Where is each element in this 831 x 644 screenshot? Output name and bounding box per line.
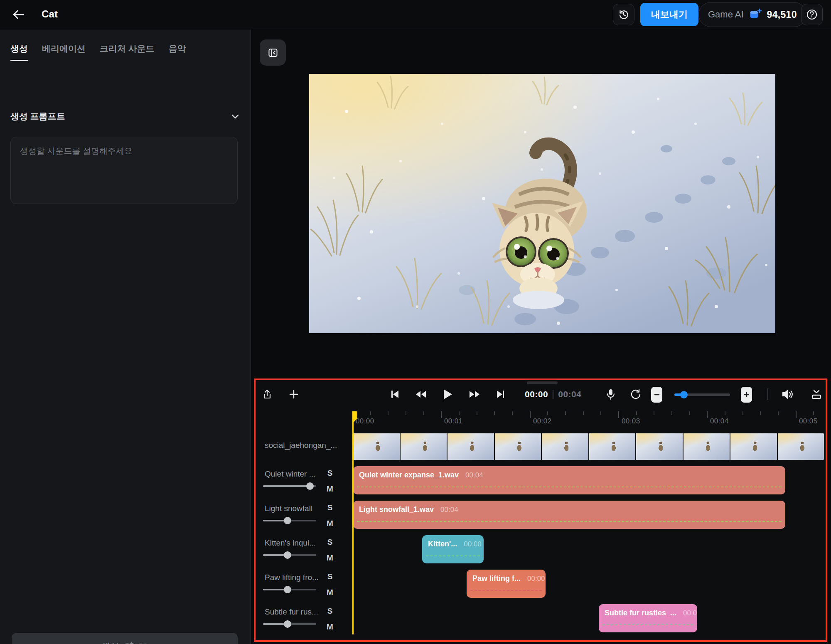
share-up-icon [262,389,273,400]
panel-collapse-icon [267,47,279,59]
timeline-scroll-handle[interactable] [527,381,558,384]
add-track-button[interactable] [285,386,302,403]
video-thumbnail [401,433,447,460]
play-icon [442,388,453,401]
minus-icon [654,392,660,398]
volume-slider[interactable] [263,485,316,487]
video-thumbnail [353,433,400,460]
volume-slider-thumb[interactable] [284,517,291,524]
video-thumbnail [730,433,777,460]
fit-frame-button[interactable] [808,386,825,403]
track-label: Light snowfall [265,504,322,513]
ruler-label: 00:03 [622,417,640,425]
skip-start-button[interactable] [386,386,403,403]
tab-variation[interactable]: 베리에이션 [42,43,86,61]
history-clock-icon [618,9,629,20]
clip-duration: 00:04 [440,506,458,514]
volume-slider[interactable] [263,623,316,625]
audio-clip[interactable]: Quiet winter expanse_1.wav00:04 [353,466,785,494]
mic-button[interactable] [602,386,619,403]
timeline-ruler[interactable]: 00:00 00:01 00:02 00:03 00:04 00:05 [256,411,826,429]
rewind-icon [415,389,427,400]
clip-duration: 00:01 [683,609,697,617]
chevron-down-icon[interactable] [230,111,241,122]
zoom-in-button[interactable] [741,387,752,403]
fast-forward-button[interactable] [466,386,483,403]
solo-button[interactable]: S [325,538,335,547]
solo-button[interactable]: S [325,469,335,478]
ruler-label: 00:00 [356,417,374,425]
volume-slider[interactable] [263,589,316,590]
solo-button[interactable]: S [325,572,335,581]
ruler-label: 00:05 [799,417,818,425]
speaker-icon [782,389,793,400]
video-preview [309,74,775,333]
play-button[interactable] [439,386,456,403]
tab-generate[interactable]: 생성 [10,43,28,61]
snow-kitten-frame [309,74,775,333]
mute-button[interactable]: M [325,553,335,563]
clip-name: Kitten'... [428,540,457,548]
plus-icon [744,392,750,398]
solo-button[interactable]: S [325,607,335,616]
timeline-zoom-slider[interactable] [674,393,730,396]
volume-button[interactable] [779,386,796,403]
video-track-clip[interactable] [353,433,824,460]
credits-amount: 94,510 [767,9,797,20]
history-button[interactable] [613,4,634,25]
mute-button[interactable]: M [325,622,335,632]
volume-slider[interactable] [263,520,316,521]
volume-slider-thumb[interactable] [284,620,291,628]
generate-button[interactable]: 생성 50 [12,633,238,644]
track-label: Paw lifting fro... [265,573,322,582]
loop-button[interactable] [627,386,644,403]
mute-button[interactable]: M [325,484,335,494]
clip-duration: 00:00 [527,575,545,583]
tab-music[interactable]: 음악 [169,43,186,61]
prompt-section-title: 생성 프롬프트 [10,111,65,122]
timecode-divider [553,390,553,399]
back-button[interactable] [9,5,27,24]
skip-to-end-icon [495,389,506,400]
waveform [357,487,782,487]
audio-clip[interactable]: Paw lifting f...00:00 [467,570,546,598]
prompt-input[interactable] [10,137,238,204]
volume-slider-thumb[interactable] [284,551,291,559]
track-label: Kitten's inqui... [265,538,322,548]
clip-name: Subtle fur rustles_... [605,609,676,617]
video-thumbnail [447,433,494,460]
plan-label: Game AI [708,9,744,20]
total-duration: 00:04 [558,389,581,399]
audio-clip[interactable]: Light snowfall_1.wav00:04 [353,501,785,529]
playhead-line[interactable] [352,411,354,634]
skip-end-button[interactable] [492,386,509,403]
upload-button[interactable] [259,386,275,403]
arrow-left-icon [11,7,25,22]
export-button[interactable]: 내보내기 [640,3,698,26]
credits-pill[interactable]: Game AI 94,510 [698,2,806,27]
ruler-label: 00:01 [444,417,463,425]
solo-button[interactable]: S [325,503,335,512]
volume-slider[interactable] [263,554,316,556]
mute-button[interactable]: M [325,588,335,597]
video-thumbnail [778,433,824,460]
volume-slider-thumb[interactable] [306,482,314,490]
zoom-slider-thumb[interactable] [680,391,688,398]
rewind-button[interactable] [413,386,429,403]
clip-duration: 00:00 [464,540,482,548]
waveform [470,590,542,591]
clip-name: Paw lifting f... [472,574,521,583]
mute-button[interactable]: M [325,519,335,528]
help-button[interactable] [801,4,823,25]
fast-forward-icon [469,389,480,400]
page-title: Cat [42,8,58,20]
zoom-out-button[interactable] [651,387,662,403]
volume-slider-thumb[interactable] [284,586,291,593]
clip-name: Quiet winter expanse_1.wav [359,471,459,479]
top-bar: Cat 내보내기 Game AI 94,510 [0,0,831,29]
tab-creature-sound[interactable]: 크리처 사운드 [100,43,155,61]
collapse-sidebar-button[interactable] [260,39,286,66]
audio-clip[interactable]: Subtle fur rustles_...00:01 [599,604,697,632]
audio-clip[interactable]: Kitten'...00:00 [422,535,484,563]
plus-icon [288,389,299,400]
